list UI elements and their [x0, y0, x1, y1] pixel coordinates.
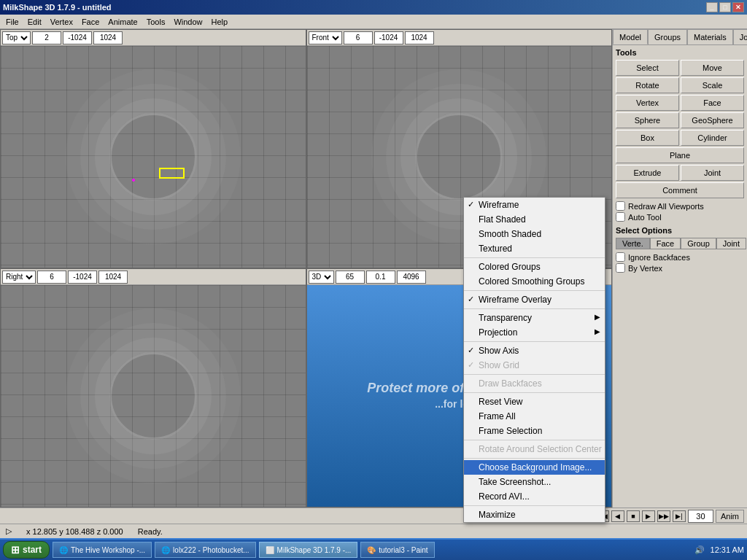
start-label: start — [23, 545, 42, 555]
ctx-show-grid[interactable]: Show Grid — [464, 358, 605, 373]
ctx-colored-smoothing[interactable]: Colored Smoothing Groups — [464, 274, 605, 289]
ctx-sep5 — [464, 374, 605, 375]
menu-vertex[interactable]: Vertex — [46, 16, 77, 28]
menu-animate[interactable]: Animate — [104, 16, 142, 28]
anim-play-back[interactable]: ◀ — [611, 510, 624, 522]
ignore-backfaces-checkbox[interactable] — [616, 252, 625, 262]
ctx-choose-bg[interactable]: Choose Background Image... — [464, 460, 605, 475]
scale-btn[interactable]: Scale — [681, 77, 744, 93]
by-vertex-checkbox[interactable] — [616, 263, 625, 273]
cylinder-btn[interactable]: Cylinder — [681, 130, 744, 146]
menu-edit[interactable]: Edit — [23, 16, 46, 28]
menu-help[interactable]: Help — [207, 16, 233, 28]
ctx-reset-view[interactable]: Reset View — [464, 394, 605, 409]
menu-face[interactable]: Face — [77, 16, 104, 28]
ignore-backfaces-label: Ignore Backfaces — [628, 253, 690, 262]
maximize-btn[interactable]: □ — [719, 2, 731, 12]
taskbar-milkshape[interactable]: ⬜MilkShape 3D 1.7.9 -... — [259, 542, 358, 558]
move-btn[interactable]: Move — [681, 60, 744, 76]
viewport-top-header: Top — [1, 30, 306, 46]
ctx-colored-groups[interactable]: Colored Groups — [464, 260, 605, 274]
box-btn[interactable]: Box — [616, 130, 679, 146]
ctx-flat-shaded[interactable]: Flat Shaded — [464, 212, 605, 227]
view-max-top[interactable] — [93, 31, 123, 44]
tab-joints[interactable]: Joints — [733, 29, 747, 44]
tab-materials[interactable]: Materials — [687, 29, 733, 44]
clock: 12:31 AM — [711, 545, 744, 554]
main-area: Top Front — [0, 29, 747, 508]
view-select-3d[interactable]: 3D — [309, 271, 334, 284]
anim-next[interactable]: ▶▶ — [657, 510, 670, 522]
select-face-tab[interactable]: Face — [650, 238, 681, 249]
ctx-show-axis[interactable]: Show Axis — [464, 343, 605, 358]
redraw-checkbox[interactable] — [616, 201, 625, 211]
start-btn[interactable]: ⊞ start — [3, 541, 50, 559]
minimize-btn[interactable]: _ — [706, 2, 718, 12]
vertex-btn[interactable]: Vertex — [616, 95, 679, 111]
view-max-right[interactable] — [98, 271, 128, 284]
view-num-right[interactable] — [37, 271, 66, 284]
anim-to-end[interactable]: ▶| — [673, 510, 686, 522]
ctx-maximize[interactable]: Maximize — [464, 508, 605, 522]
comment-btn[interactable]: Comment — [616, 182, 744, 198]
tab-model[interactable]: Model — [613, 29, 648, 44]
plane-btn[interactable]: Plane — [616, 147, 744, 163]
sphere-btn[interactable]: Sphere — [616, 112, 679, 128]
panel-tabs: Model Groups Materials Joints — [613, 29, 747, 45]
ctx-record-avi[interactable]: Record AVI... — [464, 489, 605, 504]
view-min-3d[interactable] — [366, 271, 395, 284]
view-select-top[interactable]: Top — [2, 31, 31, 44]
face-btn[interactable]: Face — [681, 95, 744, 111]
viewport-top[interactable]: Top — [0, 29, 306, 268]
rotate-btn[interactable]: Rotate — [616, 77, 679, 93]
extrude-btn[interactable]: Extrude — [616, 165, 679, 181]
view-num-3d[interactable] — [336, 271, 365, 284]
select-group-tab[interactable]: Group — [681, 238, 716, 249]
viewport-right-canvas[interactable] — [1, 285, 306, 507]
viewport-right[interactable]: Right — [0, 268, 306, 508]
menu-file[interactable]: File — [1, 16, 23, 28]
ctx-frame-all[interactable]: Frame All — [464, 409, 605, 424]
joint-btn[interactable]: Joint — [681, 165, 744, 181]
frame-input[interactable] — [688, 510, 713, 523]
viewport-top-canvas[interactable] — [1, 46, 306, 268]
anim-play[interactable]: ▶ — [642, 510, 655, 522]
view-select-right[interactable]: Right — [2, 271, 36, 284]
panel-content: Tools Select Move Rotate Scale Vertex Fa… — [613, 45, 747, 508]
view-max-front[interactable] — [405, 31, 434, 44]
geosphere-btn[interactable]: GeoSphere — [681, 112, 744, 128]
taskbar-photobucket[interactable]: 🌐lolx222 - Photobucket... — [155, 542, 256, 558]
view-num-front[interactable] — [344, 31, 373, 44]
context-menu[interactable]: Wireframe Flat Shaded Smooth Shaded Text… — [463, 197, 605, 523]
ctx-wireframe-overlay[interactable]: Wireframe Overlay — [464, 292, 605, 307]
menu-window[interactable]: Window — [169, 16, 206, 28]
view-min-right[interactable] — [68, 271, 97, 284]
ctx-sep2 — [464, 290, 605, 291]
select-joint-tab[interactable]: Joint — [716, 238, 746, 249]
tools-grid: Select Move Rotate Scale Vertex Face Sph… — [616, 60, 744, 198]
ctx-projection[interactable]: Projection — [464, 325, 605, 340]
view-min-top[interactable] — [63, 31, 92, 44]
select-btn[interactable]: Select — [616, 60, 679, 76]
ctx-textured[interactable]: Textured — [464, 241, 605, 256]
anim-btn[interactable]: Anim — [716, 510, 744, 523]
tab-groups[interactable]: Groups — [648, 29, 687, 44]
ctx-screenshot[interactable]: Take Screenshot... — [464, 475, 605, 489]
taskbar-paint[interactable]: 🎨tutorial3 - Paint — [360, 542, 434, 558]
menu-tools[interactable]: Tools — [142, 16, 170, 28]
taskbar-hive[interactable]: 🌐The Hive Workshop -... — [53, 542, 152, 558]
anim-stop[interactable]: ■ — [627, 510, 640, 522]
ctx-frame-selection[interactable]: Frame Selection — [464, 424, 605, 438]
ctx-wireframe[interactable]: Wireframe — [464, 198, 605, 212]
view-max-3d[interactable] — [397, 271, 426, 284]
close-btn[interactable]: ✕ — [732, 2, 744, 12]
ctx-transparency[interactable]: Transparency — [464, 311, 605, 325]
select-vertex-tab[interactable]: Verte. — [616, 238, 650, 249]
view-min-front[interactable] — [374, 31, 403, 44]
view-select-front[interactable]: Front — [309, 31, 342, 44]
window-controls[interactable]: _ □ ✕ — [706, 2, 744, 12]
view-num-top[interactable] — [32, 31, 61, 44]
ctx-smooth-shaded[interactable]: Smooth Shaded — [464, 227, 605, 241]
select-options-label: Select Options — [616, 226, 744, 235]
autotool-checkbox[interactable] — [616, 212, 625, 222]
